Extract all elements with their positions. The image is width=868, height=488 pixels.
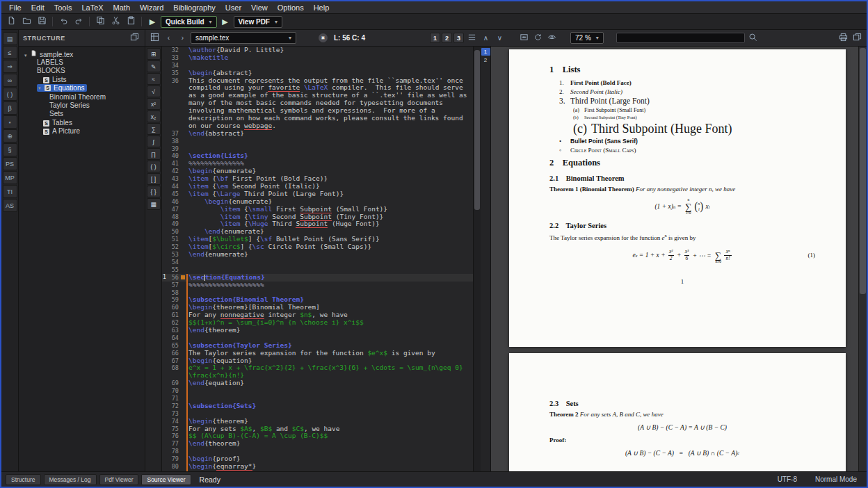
menu-options[interactable]: Options: [273, 3, 309, 13]
tree-item-labels[interactable]: LABELS: [20, 58, 143, 66]
most-used-panel-button[interactable]: ⋆: [3, 115, 17, 129]
menu-file[interactable]: File: [4, 3, 26, 13]
misc-symbols-panel-button[interactable]: ∞: [3, 74, 17, 87]
pdf-list-item: (a)First Subpoint (Small Font): [573, 107, 815, 113]
view-pdf-selector[interactable]: View PDF ▾: [234, 16, 282, 28]
menu-wizard[interactable]: Wizard: [135, 3, 168, 13]
line-number: 65: [168, 342, 180, 350]
external-viewer-button[interactable]: [851, 33, 863, 44]
tree-item-blocks[interactable]: BLOCKS: [20, 67, 143, 75]
wavy-symbol-button[interactable]: ≈: [147, 73, 161, 85]
menu-bibliography[interactable]: Bibliography: [168, 3, 220, 13]
numeration-panel-button[interactable]: §: [3, 143, 17, 156]
pdf-search-input[interactable]: [616, 33, 745, 43]
greek-letters-panel-button[interactable]: β: [3, 101, 17, 115]
frame-symbol-button[interactable]: ⊞: [147, 48, 161, 60]
arrow-symbols-panel-button[interactable]: ⇒: [3, 60, 17, 73]
menu-user[interactable]: User: [220, 3, 246, 13]
run-view-pdf-button[interactable]: ▶: [218, 15, 232, 29]
grid-view-button[interactable]: [149, 33, 161, 44]
new-file-button[interactable]: [4, 15, 18, 29]
metapost-panel-button[interactable]: MP: [3, 171, 17, 184]
menu-math[interactable]: Math: [108, 3, 135, 13]
status-tab-source-viewer[interactable]: Source Viewer: [141, 474, 191, 485]
paste-button[interactable]: [124, 15, 138, 29]
expander-icon[interactable]: ▾: [38, 86, 45, 91]
editor-gutter: 73: [162, 410, 186, 418]
menu-help[interactable]: Help: [309, 3, 335, 13]
tag-button-1[interactable]: 1: [430, 33, 440, 43]
page-strip-item-1[interactable]: 1: [481, 48, 490, 56]
relation-symbols-panel-button[interactable]: ≤: [3, 46, 17, 59]
structure-list-button[interactable]: [466, 33, 478, 44]
asymptote-panel-button[interactable]: AS: [3, 199, 17, 212]
line-number: 80: [168, 463, 180, 471]
tree-item-equations[interactable]: ▾SEquations: [20, 84, 143, 92]
structure-panel-button[interactable]: ▤: [3, 32, 17, 45]
open-file-selector[interactable]: sample.tex ▾: [191, 32, 296, 44]
menu-latex[interactable]: LaTeX: [77, 3, 108, 13]
menu-view[interactable]: View: [246, 3, 273, 13]
sqrt-symbol-button[interactable]: √: [147, 86, 161, 97]
toolbar-separator: [141, 17, 142, 26]
scroll-up-button[interactable]: ∧: [480, 33, 492, 44]
editor-gutter: [162, 115, 186, 122]
editor-scrollbar-thumb[interactable]: [474, 50, 480, 210]
matrix-symbol-button[interactable]: ▦: [147, 198, 161, 210]
tikz-panel-button[interactable]: TI: [3, 185, 17, 198]
quick-build-selector[interactable]: Quick Build ▾: [161, 16, 217, 28]
zoom-selector[interactable]: 72 % ▾: [570, 32, 604, 44]
source-editor[interactable]: 32\author{David P. Little}33\maketitle34…: [162, 47, 481, 471]
print-button[interactable]: [837, 33, 849, 44]
tree-item-taylor-series[interactable]: Taylor Series: [20, 101, 143, 109]
undo-button[interactable]: [56, 15, 70, 29]
tree-item-binomial-theorem[interactable]: Binomial Theorem: [20, 92, 143, 101]
editor-gutter: 58: [162, 289, 186, 297]
tree-item-a-picture[interactable]: SA Picture: [20, 127, 143, 136]
fit-width-button[interactable]: [518, 33, 530, 44]
pstricks-panel-button[interactable]: PS: [3, 157, 17, 170]
tree-item-sets[interactable]: Sets: [20, 110, 143, 118]
copy-button[interactable]: [93, 15, 107, 29]
tag-button-2[interactable]: 2: [442, 33, 452, 43]
delimiters-panel-button[interactable]: ( ): [3, 88, 17, 101]
product-symbol-button[interactable]: ∏: [147, 148, 161, 160]
pencil-symbol-button[interactable]: ✎: [147, 60, 161, 72]
integral-symbol-button[interactable]: ∫: [147, 136, 161, 147]
menu-tools[interactable]: Tools: [49, 3, 77, 13]
open-file-button[interactable]: [19, 15, 33, 29]
continuous-view-button[interactable]: [546, 33, 558, 44]
close-document-button[interactable]: ✖: [317, 33, 329, 44]
rotate-view-button[interactable]: [532, 33, 544, 44]
status-tab-structure[interactable]: Structure: [6, 474, 41, 485]
save-file-button[interactable]: [35, 15, 49, 29]
status-tab-messages-log[interactable]: Messages / Log: [44, 474, 97, 485]
pdf-scrollbar[interactable]: [858, 47, 867, 471]
redo-button[interactable]: [72, 15, 86, 29]
tree-item-lists[interactable]: SLists: [20, 75, 143, 83]
menu-edit[interactable]: Edit: [26, 3, 49, 13]
sum-symbol-button[interactable]: ∑: [147, 123, 161, 135]
next-document-button[interactable]: ›: [177, 33, 188, 44]
pdf-pages[interactable]: 1 Lists1.First Point (Bold Face)2.Second…: [491, 47, 858, 471]
tree-item-tables[interactable]: STables: [20, 118, 143, 127]
run-quick-build-button[interactable]: ▶: [145, 15, 159, 29]
expander-icon[interactable]: ▾: [24, 53, 31, 58]
cut-button[interactable]: [108, 15, 122, 29]
search-button[interactable]: [747, 33, 759, 44]
editor-scrollbar[interactable]: [473, 47, 481, 471]
detach-panel-button[interactable]: [129, 33, 140, 44]
scroll-down-button[interactable]: ∨: [494, 33, 506, 44]
tag-button-3[interactable]: 3: [453, 33, 464, 43]
parentheses-symbol-button[interactable]: ( ): [147, 161, 161, 172]
status-tab-pdf-viewer[interactable]: Pdf Viewer: [99, 474, 139, 485]
page-strip-item-2[interactable]: 2: [481, 56, 490, 64]
misc-text-panel-button[interactable]: ⊕: [3, 129, 17, 143]
subscript-symbol-button[interactable]: x₂: [147, 111, 161, 122]
superscript-symbol-button[interactable]: x²: [147, 98, 161, 110]
braces-symbol-button[interactable]: { }: [147, 186, 161, 197]
brackets-symbol-button[interactable]: [ ]: [147, 173, 161, 185]
pdf-scrollbar-thumb[interactable]: [860, 48, 866, 294]
tree-item-sample-tex[interactable]: ▾sample.tex: [20, 49, 143, 58]
previous-document-button[interactable]: ‹: [163, 33, 175, 44]
